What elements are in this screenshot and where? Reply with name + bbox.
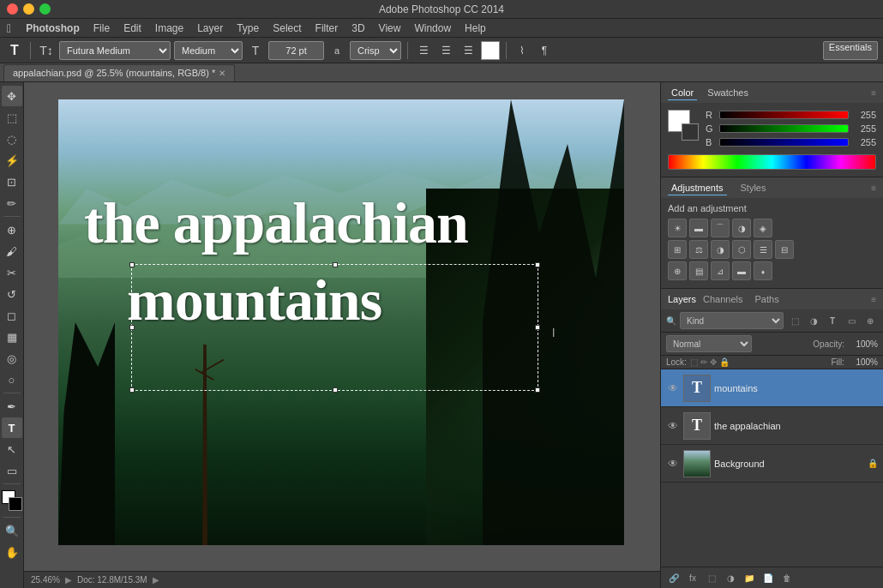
link-layers-button[interactable]: 🔗: [666, 570, 682, 585]
align-center-icon[interactable]: ☰: [436, 41, 455, 60]
new-group-button[interactable]: 📁: [742, 570, 757, 585]
menu-type[interactable]: Type: [231, 21, 265, 36]
green-slider[interactable]: [719, 124, 849, 133]
font-family-select[interactable]: Futura Medium: [59, 41, 171, 60]
shape-tool[interactable]: ▭: [2, 460, 22, 481]
pixel-filter-icon[interactable]: ⬚: [787, 313, 802, 328]
dodge-tool[interactable]: ○: [2, 369, 22, 390]
hand-tool[interactable]: ✋: [2, 542, 22, 562]
menu-image[interactable]: Image: [149, 21, 189, 36]
minimize-button[interactable]: [23, 3, 34, 15]
posterize-icon[interactable]: ▤: [689, 261, 708, 280]
pen-tool[interactable]: ✒: [2, 396, 22, 417]
tab-close-button[interactable]: ✕: [219, 69, 225, 78]
eraser-tool[interactable]: ◻: [2, 305, 22, 326]
warp-text-icon[interactable]: ⌇: [513, 41, 532, 60]
align-right-icon[interactable]: ☰: [459, 41, 478, 60]
layers-panel-collapse[interactable]: ≡: [871, 295, 876, 304]
layer-item[interactable]: 👁 Background 🔒: [661, 445, 883, 483]
menu-select[interactable]: Select: [267, 21, 307, 36]
invert-icon[interactable]: ⊕: [668, 261, 687, 280]
align-left-icon[interactable]: ☰: [414, 41, 433, 60]
character-panel-icon[interactable]: ¶: [535, 41, 554, 60]
brush-tool[interactable]: 🖌: [2, 241, 22, 261]
delete-layer-button[interactable]: 🗑: [779, 570, 795, 585]
layer-kind-select[interactable]: Kind: [680, 312, 784, 329]
gradient-map-icon[interactable]: ▬: [732, 261, 751, 280]
lock-paint-icon[interactable]: ✏: [700, 357, 707, 367]
lock-position-icon[interactable]: ✥: [710, 357, 717, 367]
color-balance-icon[interactable]: ⚖: [689, 240, 708, 259]
menu-edit[interactable]: Edit: [117, 21, 147, 36]
layer-item[interactable]: 👁 T mountains: [661, 369, 883, 407]
vibrance-icon[interactable]: ◈: [754, 219, 772, 237]
close-button[interactable]: [7, 3, 18, 15]
window-controls[interactable]: [7, 3, 51, 15]
adjustments-panel-collapse[interactable]: ≡: [871, 183, 876, 193]
doc-nav-icon[interactable]: ▶: [153, 575, 159, 585]
menu-3d[interactable]: 3D: [345, 21, 370, 36]
channel-mixer-icon[interactable]: ☰: [754, 240, 772, 259]
hsl-icon[interactable]: ⊞: [668, 240, 687, 259]
selective-color-icon[interactable]: ⬧: [754, 261, 772, 280]
menu-layer[interactable]: Layer: [191, 21, 229, 36]
layer-effects-button[interactable]: fx: [685, 570, 700, 585]
path-select-tool[interactable]: ↖: [2, 439, 22, 459]
move-tool[interactable]: ✥: [2, 86, 22, 106]
layer-item[interactable]: 👁 T the appalachian: [661, 407, 883, 445]
lock-all-icon[interactable]: 🔒: [719, 357, 730, 367]
crop-tool[interactable]: ⊡: [2, 171, 22, 192]
menu-file[interactable]: File: [87, 21, 116, 36]
history-brush-tool[interactable]: ↺: [2, 284, 22, 304]
color-panel-collapse[interactable]: ≡: [871, 88, 876, 98]
menu-view[interactable]: View: [373, 21, 407, 36]
styles-tab[interactable]: Styles: [741, 183, 766, 193]
bw-icon[interactable]: ◑: [711, 240, 730, 259]
new-layer-button[interactable]: 📄: [760, 570, 776, 585]
shape-filter-icon[interactable]: ▭: [844, 313, 859, 328]
marquee-tool[interactable]: ⬚: [2, 107, 22, 128]
threshold-icon[interactable]: ⊿: [711, 261, 730, 280]
channels-tab[interactable]: Channels: [703, 294, 742, 304]
menu-window[interactable]: Window: [408, 21, 457, 36]
color-lookup-icon[interactable]: ⊟: [775, 240, 794, 259]
text-tool[interactable]: T: [2, 417, 22, 438]
blur-tool[interactable]: ◎: [2, 348, 22, 369]
zoom-nav-icon[interactable]: ▶: [65, 575, 72, 585]
background-color[interactable]: [9, 497, 22, 511]
background-swatch[interactable]: [682, 123, 699, 141]
paths-tab[interactable]: Paths: [755, 294, 779, 304]
adjustment-filter-icon[interactable]: ◑: [806, 313, 821, 328]
smart-filter-icon[interactable]: ⊕: [862, 313, 878, 328]
curves-icon[interactable]: ⌒: [711, 219, 730, 237]
menu-filter[interactable]: Filter: [309, 21, 345, 36]
exposure-icon[interactable]: ◑: [732, 219, 751, 237]
maximize-button[interactable]: [39, 3, 51, 15]
adjustments-tab[interactable]: Adjustments: [668, 181, 727, 195]
layers-tab[interactable]: Layers: [668, 294, 696, 304]
canvas[interactable]: the appalachian mountains |: [58, 99, 624, 545]
red-slider[interactable]: [719, 111, 849, 119]
opacity-value[interactable]: 100%: [848, 339, 878, 349]
text-tool-icon[interactable]: T: [5, 41, 24, 60]
anti-alias-select[interactable]: Crisp: [350, 41, 401, 60]
healing-brush-tool[interactable]: ⊕: [2, 219, 22, 240]
foreground-background-colors[interactable]: [2, 490, 22, 511]
fill-value[interactable]: 100%: [848, 357, 878, 367]
brightness-contrast-icon[interactable]: ☀: [668, 219, 687, 237]
menu-help[interactable]: Help: [459, 21, 492, 36]
levels-icon[interactable]: ▬: [689, 219, 708, 237]
new-fill-layer-button[interactable]: ◑: [723, 570, 738, 585]
eyedropper-tool[interactable]: ✏: [2, 193, 22, 213]
swatches-tab[interactable]: Swatches: [704, 86, 752, 99]
menu-photoshop[interactable]: Photoshop: [20, 21, 86, 36]
layer-visibility-appalachian[interactable]: 👁: [666, 419, 680, 433]
photo-filter-icon[interactable]: ⬡: [732, 240, 751, 259]
quick-select-tool[interactable]: ⚡: [2, 150, 22, 171]
lasso-tool[interactable]: ◌: [2, 129, 22, 149]
font-style-select[interactable]: Medium: [174, 41, 243, 60]
layer-visibility-mountains[interactable]: 👁: [666, 381, 680, 395]
text-orientation-icon[interactable]: T↕: [37, 41, 56, 60]
essentials-button[interactable]: Essentials: [823, 41, 878, 60]
color-tab[interactable]: Color: [668, 86, 697, 100]
